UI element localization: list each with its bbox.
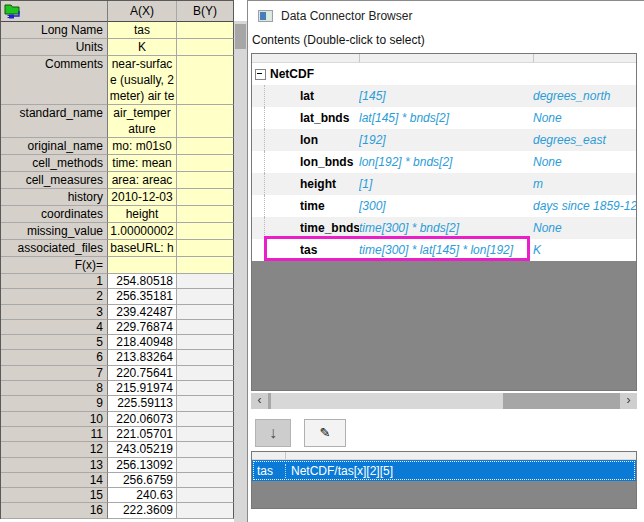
cell-b[interactable] [177,427,234,442]
row-label[interactable]: Units [1,39,108,56]
cell-a[interactable]: 222.3609 [108,503,177,518]
row-number[interactable]: 2 [1,289,108,304]
tree-item-lat[interactable]: lat[145]degrees_north [252,85,636,107]
cell-b[interactable] [177,138,234,155]
row-label[interactable]: Long Name [1,22,108,39]
cell-a[interactable]: 215.91974 [108,381,177,396]
cell-a[interactable]: 218.40948 [108,335,177,350]
row-number[interactable]: 10 [1,412,108,427]
row-label[interactable]: cell_measures [1,172,108,189]
cell-b[interactable] [177,206,234,223]
cell-a[interactable]: air_temper ature [108,105,177,138]
row-label[interactable]: coordinates [1,206,108,223]
cell-a[interactable]: 2010-12-03 [108,189,177,206]
scrollbar-thumb[interactable] [271,393,503,409]
cell-b[interactable] [177,412,234,427]
tree-item-time_bnds[interactable]: time_bndstime[300] * bnds[2]None [252,217,636,239]
cell-a[interactable]: time: mean [108,155,177,172]
row-number[interactable]: 5 [1,335,108,350]
cell-a[interactable]: 220.06073 [108,412,177,427]
worksheet-corner-cell[interactable] [1,1,108,22]
cell-b[interactable] [177,39,234,56]
row-label[interactable]: history [1,189,108,206]
row-number[interactable]: 1 [1,274,108,289]
row-number[interactable]: 13 [1,458,108,473]
cell-a[interactable]: 254.80518 [108,274,177,289]
row-number[interactable]: 3 [1,305,108,320]
cell-a[interactable]: 256.35181 [108,289,177,304]
row-label[interactable]: original_name [1,138,108,155]
cell-a[interactable]: 256.13092 [108,458,177,473]
column-header-b[interactable]: B(Y) [177,1,234,22]
edit-button[interactable]: ✎ [304,419,346,447]
worksheet-vertical-scrollbar[interactable] [234,21,247,522]
cell-b[interactable] [177,320,234,335]
cell-a[interactable]: 256.6759 [108,473,177,488]
tree-item-lon_bnds[interactable]: lon_bndslon[192] * bnds[2]None [252,151,636,173]
cell-a[interactable]: 213.83264 [108,350,177,365]
tree-item-lat_bnds[interactable]: lat_bndslat[145] * bnds[2]None [252,107,636,129]
cell-a[interactable]: 229.76874 [108,320,177,335]
cell-b[interactable] [177,289,234,304]
row-number[interactable]: 12 [1,442,108,457]
collapse-icon[interactable] [255,69,266,80]
cell-b[interactable] [177,488,234,503]
tree-item-time[interactable]: time[300]days since 1859-12-0 [252,195,636,217]
row-label[interactable]: standard_name [1,105,108,138]
selected-item-row[interactable]: tas NetCDF/tas[x][2][5] [252,460,636,481]
row-number[interactable]: 16 [1,503,108,518]
cell-b[interactable] [177,22,234,39]
row-number[interactable]: 7 [1,366,108,381]
cell-b[interactable] [177,503,234,518]
scroll-left-icon[interactable]: ‹ [251,393,268,409]
scroll-right-icon[interactable]: › [620,393,637,409]
cell-b[interactable] [177,155,234,172]
cell-b[interactable] [177,458,234,473]
cell-a[interactable]: height [108,206,177,223]
tree-item-height[interactable]: height[1]m [252,173,636,195]
cell-b[interactable] [177,56,234,105]
cell-a[interactable]: mo: m01s0 [108,138,177,155]
cell-b[interactable] [177,305,234,320]
cell-b[interactable] [177,189,234,206]
row-label[interactable]: Comments [1,56,108,105]
cell-a[interactable]: 225.59113 [108,396,177,411]
cell-b[interactable] [177,335,234,350]
tree-item-tas[interactable]: tastime[300] * lat[145] * lon[192]K [252,239,636,261]
cell-a[interactable]: 243.05219 [108,442,177,457]
cell-a[interactable]: 240.63 [108,488,177,503]
row-number[interactable]: 11 [1,427,108,442]
column-header-a[interactable]: A(X) [108,1,177,22]
cell-b[interactable] [177,172,234,189]
row-label[interactable]: cell_methods [1,155,108,172]
add-selection-button[interactable]: ↓ [255,419,291,447]
cell-b[interactable] [177,473,234,488]
cell-a[interactable]: 1.00000002 [108,223,177,240]
cell-b[interactable] [177,442,234,457]
cell-a[interactable]: area: areac [108,172,177,189]
cell-b[interactable] [177,381,234,396]
cell-a[interactable]: 239.42487 [108,305,177,320]
cell-b[interactable] [177,105,234,138]
tree-item-lon[interactable]: lon[192]degrees_east [252,129,636,151]
cell-b[interactable] [177,396,234,411]
cell-b[interactable] [177,223,234,240]
cell-a[interactable]: baseURL: h [108,240,177,257]
row-number[interactable]: 8 [1,381,108,396]
row-number[interactable]: 14 [1,473,108,488]
cell-a[interactable]: K [108,39,177,56]
cell-b[interactable] [177,257,234,274]
row-number[interactable]: 15 [1,488,108,503]
tree-root-netcdf[interactable]: NetCDF [252,63,636,85]
cell-a[interactable]: tas [108,22,177,39]
row-label[interactable]: missing_value [1,223,108,240]
row-number[interactable]: 9 [1,396,108,411]
row-label[interactable]: F(x)= [1,257,108,274]
row-label[interactable]: associated_files [1,240,108,257]
cell-a[interactable]: 221.05701 [108,427,177,442]
cell-a[interactable]: 220.75641 [108,366,177,381]
cell-a[interactable] [108,257,177,274]
horizontal-scrollbar[interactable]: ‹ › [251,393,637,409]
cell-b[interactable] [177,240,234,257]
cell-a[interactable]: near-surfac e (usually, 2 meter) air te [108,56,177,105]
